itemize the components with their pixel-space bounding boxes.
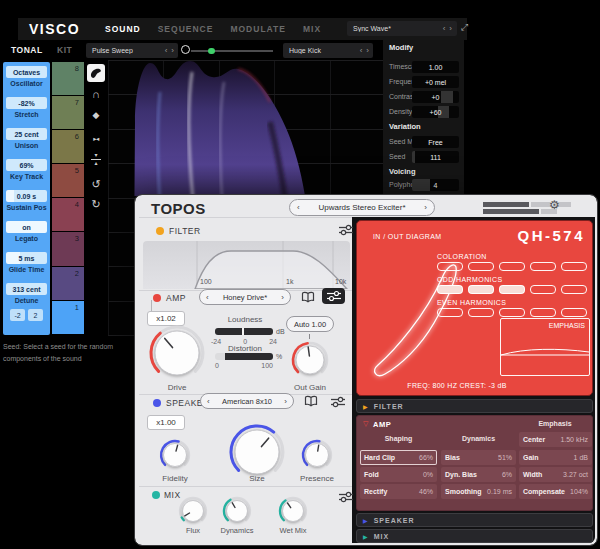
topos-preset-next-icon[interactable]: › [422,203,434,212]
tab-modulate[interactable]: MODULATE [230,24,286,34]
eraser-tool-icon[interactable]: ◆ [87,110,105,120]
magnet-tool-icon[interactable]: ∩ [87,88,105,100]
wet-mix-knob[interactable] [276,494,310,528]
fidelity-knob[interactable] [157,437,193,473]
layer-a-prev-icon[interactable]: ‹ [163,46,170,55]
oscillator-value[interactable]: Octaves [6,66,47,78]
layer-b-next-icon[interactable]: › [364,46,373,55]
layer-b-prev-icon[interactable]: ‹ [358,46,365,55]
amp-model-select[interactable]: ‹ Honey Drive* › [199,289,291,305]
tab-sound[interactable]: SOUND [105,24,141,34]
speaker-model-prev-icon[interactable]: ‹ [201,397,212,406]
dynamics-knob[interactable] [220,494,254,528]
undo-icon[interactable]: ↺ [87,178,105,191]
flux-knob[interactable] [176,494,210,528]
center-cell[interactable]: Center 1.50 kHz [519,432,592,447]
presence-knob[interactable] [299,437,335,473]
topos-preset-prev-icon[interactable]: ‹ [290,203,302,212]
coloration-meter[interactable]: COLORATION [437,253,587,271]
row-7[interactable]: 7 [52,96,84,129]
speaker-library-icon[interactable] [304,395,318,407]
compensate-cell[interactable]: Compensate 104% [519,484,592,499]
row-2[interactable]: 2 [52,267,84,300]
row-3[interactable]: 3 [52,232,84,265]
horizontal-snap-icon[interactable]: ▸◂ [87,135,105,143]
even-harmonics-meter[interactable]: EVEN HARMONICS [437,299,587,317]
stretch-value[interactable]: -82% [6,97,47,109]
tab-kit[interactable]: KIT [57,45,72,55]
odd-harmonics-meter[interactable]: ODD HARMONICS [437,276,587,294]
layer-a-next-icon[interactable]: › [169,46,178,55]
seed-value[interactable]: 111 [412,151,459,163]
topos-preset-select[interactable]: ‹ Upwards Stereo Exciter* › [289,199,435,216]
speaker-status-dot[interactable] [153,399,161,407]
gear-icon[interactable]: ⚙ [549,198,560,212]
drive-knob[interactable] [146,322,208,384]
brush-tool-button[interactable] [87,64,105,82]
morph-slider-track[interactable] [191,50,273,52]
filter-expand-icon[interactable]: ▶ [363,403,368,410]
vertical-snap-icon[interactable]: ▾ ▴ [87,153,105,166]
speaker-model-select[interactable]: ‹ American 8x10 › [200,393,294,409]
row-4[interactable]: 4 [52,198,84,231]
filter-collapse-bar[interactable]: ▶ FILTER [356,399,593,413]
amp-model-prev-icon[interactable]: ‹ [200,293,211,302]
speaker-multiplier-value[interactable]: x1.00 [147,415,185,430]
row-6[interactable]: 6 [52,130,84,163]
unison-value[interactable]: 25 cent [6,128,47,140]
smoothing-cell[interactable]: Smoothing 0.19 ms [441,484,516,499]
morph-slider-handle[interactable] [181,45,190,54]
frequency-value[interactable]: +0 mel [412,76,459,88]
speaker-model-next-icon[interactable]: › [282,397,293,406]
amp-status-dot[interactable] [153,294,161,302]
timescale-value[interactable]: 1.00 [412,61,459,73]
layer-b-select[interactable]: Huge Kick ‹ › [283,43,373,58]
dyn-bias-cell[interactable]: Dyn. Bias 6% [441,467,516,482]
redo-icon[interactable]: ↻ [87,198,105,211]
preset-prev-icon[interactable]: ‹ [441,24,448,33]
emphasis-display[interactable]: EMPHASIS [500,318,590,376]
speaker-expand-icon[interactable]: ▶ [363,517,368,524]
width-cell[interactable]: Width 3.27 oct [519,467,592,482]
mix-collapse-bar[interactable]: ▶ MIX [356,529,593,543]
density-value[interactable]: +60 [412,106,459,118]
loudness-slider[interactable] [215,328,273,335]
speaker-mix-icon[interactable] [330,396,346,408]
octave-down-button[interactable]: -2 [10,309,25,321]
sustain-pos-value[interactable]: 0.09 s [6,190,47,202]
tab-tonal[interactable]: TONAL [11,45,43,55]
fold-cell[interactable]: Fold 0% [360,467,437,482]
rectify-cell[interactable]: Rectify 46% [360,484,437,499]
row-8[interactable]: 8 [52,62,84,95]
row-1[interactable]: 1 [52,301,84,334]
key-track-value[interactable]: 69% [6,159,47,171]
hard-clip-cell[interactable]: Hard Clip 66% [360,450,437,465]
polyphony-value[interactable]: 4 [412,179,459,191]
tab-sequence[interactable]: SEQUENCE [158,24,214,34]
amp-collapse-icon[interactable]: ▽ [363,420,368,428]
gain-cell[interactable]: Gain 1 dB [519,450,592,465]
legato-value[interactable]: on [6,221,47,233]
filter-mix-icon[interactable] [338,224,354,236]
auto-gain-button[interactable]: Auto 1.00 [286,316,334,332]
filter-curve-display[interactable]: 100 1k 10k [143,241,350,289]
mix-status-dot[interactable] [152,491,160,499]
tab-mix[interactable]: MIX [303,24,321,34]
detune-value[interactable]: 313 cent [6,283,47,295]
filter-status-dot[interactable] [156,227,164,235]
octave-up-button[interactable]: 2 [28,309,43,321]
speaker-collapse-bar[interactable]: ▶ SPEAKER [356,513,593,527]
morph-position-dot[interactable] [208,48,215,55]
mix-expand-icon[interactable]: ▶ [363,533,368,540]
amp-mix-button[interactable] [322,288,345,304]
expand-icon[interactable]: ⤢ [461,22,468,33]
bias-cell[interactable]: Bias 51% [441,450,516,465]
layer-a-select[interactable]: Pulse Sweep ‹ › [86,43,178,58]
out-gain-knob[interactable] [288,338,332,382]
glide-time-value[interactable]: 5 ms [6,252,47,264]
distortion-slider[interactable] [215,353,273,360]
seed-mode-value[interactable]: Free [412,136,459,148]
preset-next-icon[interactable]: › [447,24,457,33]
row-5[interactable]: 5 [52,164,84,197]
amp-library-icon[interactable] [301,291,315,303]
